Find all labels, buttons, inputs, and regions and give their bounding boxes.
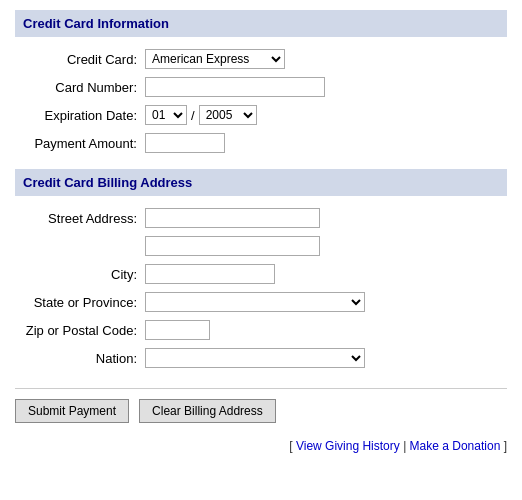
make-donation-link[interactable]: Make a Donation: [410, 439, 501, 453]
footer-links: [ View Giving History | Make a Donation …: [15, 439, 507, 453]
view-giving-history-link[interactable]: View Giving History: [296, 439, 400, 453]
expiration-date-label: Expiration Date:: [15, 108, 145, 123]
state-select[interactable]: Alabama Alaska California New York Texas: [145, 292, 365, 312]
credit-card-section: Credit Card Information Credit Card: Ame…: [15, 10, 507, 153]
expiry-separator: /: [191, 108, 195, 123]
credit-card-title: Credit Card Information: [23, 16, 169, 31]
nation-label: Nation:: [15, 351, 145, 366]
nation-row: Nation: United States Canada United King…: [15, 348, 507, 368]
billing-address-title: Credit Card Billing Address: [23, 175, 192, 190]
payment-amount-label: Payment Amount:: [15, 136, 145, 151]
payment-amount-input[interactable]: [145, 133, 225, 153]
footer-suffix: ]: [504, 439, 507, 453]
nation-select[interactable]: United States Canada United Kingdom Aust…: [145, 348, 365, 368]
zip-input[interactable]: [145, 320, 210, 340]
city-row: City:: [15, 264, 507, 284]
city-label: City:: [15, 267, 145, 282]
payment-amount-row: Payment Amount:: [15, 133, 507, 153]
main-container: Credit Card Information Credit Card: Ame…: [0, 0, 522, 463]
state-label: State or Province:: [15, 295, 145, 310]
card-number-row: Card Number:: [15, 77, 507, 97]
clear-billing-address-button[interactable]: Clear Billing Address: [139, 399, 276, 423]
buttons-row: Submit Payment Clear Billing Address: [15, 388, 507, 423]
street-address-label: Street Address:: [15, 211, 145, 226]
billing-address-section: Credit Card Billing Address Street Addre…: [15, 169, 507, 368]
submit-payment-button[interactable]: Submit Payment: [15, 399, 129, 423]
street-address-row: Street Address:: [15, 208, 507, 228]
zip-label: Zip or Postal Code:: [15, 323, 145, 338]
zip-row: Zip or Postal Code:: [15, 320, 507, 340]
street-address-2-row: [15, 236, 507, 256]
billing-address-header: Credit Card Billing Address: [15, 169, 507, 196]
street-address-2-input[interactable]: [145, 236, 320, 256]
expiry-month-select[interactable]: 01020304 05060708 09101112: [145, 105, 187, 125]
credit-card-type-row: Credit Card: American Express Visa Maste…: [15, 49, 507, 69]
expiration-date-row: Expiration Date: 01020304 05060708 09101…: [15, 105, 507, 125]
credit-card-select[interactable]: American Express Visa MasterCard Discove…: [145, 49, 285, 69]
card-number-label: Card Number:: [15, 80, 145, 95]
city-input[interactable]: [145, 264, 275, 284]
expiry-container: 01020304 05060708 09101112 / 20052006200…: [145, 105, 257, 125]
footer-prefix: [: [289, 439, 292, 453]
street-address-input[interactable]: [145, 208, 320, 228]
card-number-input[interactable]: [145, 77, 325, 97]
credit-card-section-header: Credit Card Information: [15, 10, 507, 37]
credit-card-label: Credit Card:: [15, 52, 145, 67]
expiry-year-select[interactable]: 2005200620072008 20092010: [199, 105, 257, 125]
state-row: State or Province: Alabama Alaska Califo…: [15, 292, 507, 312]
